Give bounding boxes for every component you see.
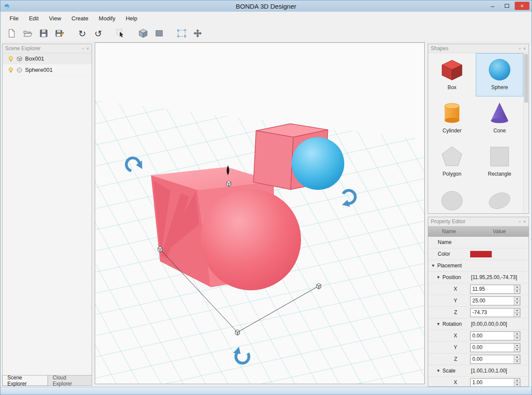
expander-icon[interactable]: ▼ (436, 322, 440, 326)
shape-item-sphere[interactable]: Sphere (476, 53, 523, 96)
menu-edit[interactable]: Edit (24, 13, 44, 24)
viewport-3d[interactable] (95, 42, 425, 384)
selection-handle[interactable] (158, 247, 162, 252)
tree-item-box001[interactable]: Box001 (3, 53, 92, 64)
select-button[interactable] (114, 26, 128, 40)
open-folder-icon (23, 29, 32, 38)
expander-icon[interactable]: ▼ (436, 369, 440, 373)
pin-icon[interactable]: ▫ (519, 46, 521, 51)
rotation-x-field[interactable]: ▲▼ (470, 331, 520, 340)
position-x-field[interactable]: ▲▼ (470, 285, 520, 294)
menu-file[interactable]: File (4, 13, 24, 24)
spinner[interactable]: ▲▼ (514, 344, 520, 352)
expander-icon[interactable]: ▼ (431, 263, 435, 268)
rotation-y-input[interactable] (471, 344, 514, 352)
property-group-scale[interactable]: ▼ Scale [1.00,1.00,1.00] (428, 365, 529, 377)
save-button[interactable] (37, 26, 51, 40)
tab-scene-explorer[interactable]: Scene Explorer (2, 376, 48, 386)
property-row-color[interactable]: Color (428, 248, 529, 260)
titlebar: BONDA 3D Designer – × (0, 0, 532, 12)
visibility-bulb-icon[interactable] (8, 56, 14, 62)
red-sphere-mesh[interactable] (201, 189, 301, 290)
menu-modify[interactable]: Modify (93, 13, 120, 24)
open-folder-button[interactable] (21, 26, 35, 40)
tab-cloud-explorer[interactable]: Cloud Explorer (48, 376, 92, 386)
rotation-z-input[interactable] (471, 355, 514, 363)
status-bar (0, 387, 532, 395)
shape-item-ellipse[interactable] (476, 183, 523, 213)
maximize-icon (505, 4, 509, 8)
blue-sphere-mesh[interactable] (292, 137, 344, 190)
shape-item-rectangle[interactable]: Rectangle (476, 140, 523, 183)
spinner[interactable]: ▲▼ (514, 308, 520, 317)
color-swatch[interactable] (470, 251, 492, 257)
close-panel-icon[interactable]: × (87, 46, 89, 51)
maximize-button[interactable] (500, 2, 513, 10)
new-file-button[interactable] (5, 26, 19, 40)
solid-view-button[interactable] (152, 26, 166, 40)
save-as-button[interactable] (53, 26, 67, 40)
menu-help[interactable]: Help (121, 13, 143, 24)
property-group-placement[interactable]: ▼ Placement (428, 260, 529, 272)
shape-label: Sphere (491, 84, 508, 90)
rotation-x-input[interactable] (471, 332, 514, 340)
spin-down-icon: ▼ (514, 336, 520, 340)
position-z-input[interactable] (471, 308, 514, 317)
move-tool-button[interactable] (191, 26, 205, 40)
spinner[interactable]: ▲▼ (514, 332, 520, 340)
scale-x-input[interactable] (471, 379, 514, 387)
shape-item-polygon[interactable]: Polygon (428, 140, 476, 183)
spinner[interactable]: ▲▼ (514, 297, 520, 305)
property-row-scale-x: X ▲▼ (428, 377, 529, 386)
pin-icon[interactable]: ▫ (519, 219, 521, 224)
close-panel-icon[interactable]: × (523, 46, 526, 51)
shapes-scrollbar[interactable] (523, 53, 529, 213)
property-group-position[interactable]: ▼ Position [11.95,25.00,-74.73] (428, 272, 529, 283)
position-y-field[interactable]: ▲▼ (470, 296, 520, 305)
close-button[interactable]: × (515, 2, 529, 10)
pin-icon[interactable]: ▫ (82, 46, 84, 51)
selection-handle[interactable] (317, 283, 321, 289)
position-z-field[interactable]: ▲▼ (470, 308, 520, 317)
position-x-input[interactable] (471, 285, 514, 293)
selection-handle[interactable] (227, 181, 231, 186)
rotation-z-field[interactable]: ▲▼ (470, 355, 520, 364)
rotate-cw-button[interactable]: ↻ (75, 26, 89, 40)
minimize-button[interactable]: – (486, 2, 499, 10)
scale-x-field[interactable]: ▲▼ (470, 378, 520, 387)
shapes-panel: Shapes ▫ × Box (428, 44, 529, 214)
position-summary: [11.95,25.00,-74.73] (470, 274, 517, 280)
menu-create[interactable]: Create (66, 13, 93, 24)
scene-tree: Box001 Sphere001 (3, 53, 92, 375)
spinner[interactable]: ▲▼ (514, 379, 520, 387)
menu-view[interactable]: View (44, 13, 66, 24)
toolbar: ↻ ↺ (0, 25, 532, 42)
marquee-select-button[interactable] (175, 26, 189, 40)
property-row-name[interactable]: Name (428, 237, 529, 248)
box-icon (16, 56, 22, 62)
scrollbar-thumb[interactable] (524, 54, 528, 103)
property-group-rotation[interactable]: ▼ Rotation [0.00,0.00,0.00] (428, 318, 529, 330)
selection-handle[interactable] (235, 330, 240, 335)
position-y-input[interactable] (471, 297, 514, 305)
shape-label: Box (448, 84, 457, 90)
new-file-icon (7, 29, 16, 38)
shape-item-cylinder[interactable]: Cylinder (428, 96, 476, 140)
spin-down-icon: ▼ (514, 312, 520, 317)
tree-item-sphere001[interactable]: Sphere001 (3, 64, 92, 76)
spinner[interactable]: ▲▼ (514, 285, 520, 293)
shape-label: Rectangle (488, 171, 511, 177)
menubar: File Edit View Create Modify Help (0, 12, 532, 25)
visibility-bulb-icon[interactable] (8, 67, 14, 73)
explorer-tabs: Scene Explorer Cloud Explorer (2, 376, 92, 386)
shaded-view-button[interactable] (136, 26, 150, 40)
rotation-y-field[interactable]: ▲▼ (470, 343, 520, 352)
window-title: BONDA 3D Designer (0, 3, 532, 10)
close-panel-icon[interactable]: × (523, 219, 526, 224)
rotate-ccw-button[interactable]: ↺ (91, 26, 105, 40)
shape-item-cone[interactable]: Cone (476, 96, 523, 140)
expander-icon[interactable]: ▼ (436, 275, 440, 279)
shape-item-circle[interactable] (428, 183, 476, 213)
shape-item-box[interactable]: Box (428, 53, 476, 96)
spinner[interactable]: ▲▼ (514, 355, 520, 363)
